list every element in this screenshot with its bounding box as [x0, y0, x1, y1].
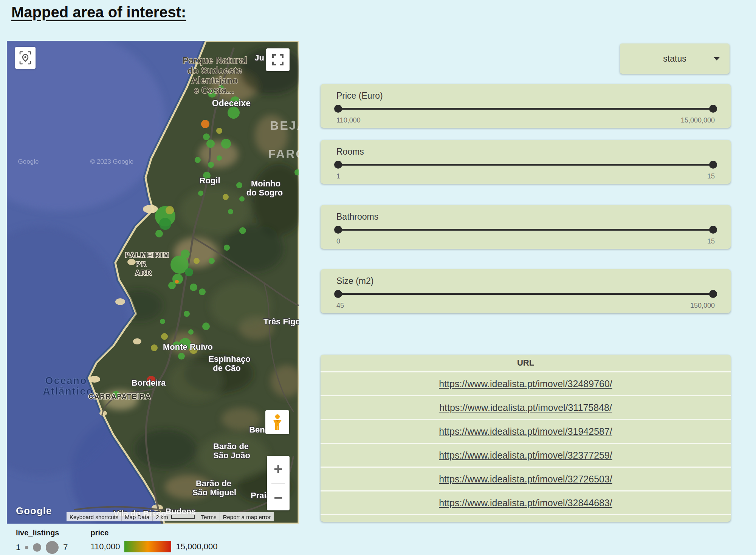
listing-marker[interactable] — [206, 140, 215, 148]
url-link[interactable]: https://www.idealista.pt/imovel/31175848… — [439, 402, 612, 413]
map-canvas[interactable]: Parque Naturaldo SudoesteAlentejanoe Cos… — [7, 41, 299, 524]
listing-marker[interactable] — [190, 284, 197, 291]
zoom-control: + − — [267, 456, 290, 510]
price-slider-handle-max[interactable] — [709, 105, 717, 113]
status-dropdown[interactable]: status — [620, 43, 730, 74]
map-data-link[interactable]: Map Data — [121, 512, 152, 521]
listing-marker[interactable] — [223, 194, 229, 200]
listing-marker[interactable] — [161, 333, 168, 340]
url-link[interactable]: https://www.idealista.pt/imovel/32844683… — [439, 498, 612, 508]
url-table-row: https://www.idealista.pt/imovel/32844683… — [321, 490, 731, 514]
listing-marker[interactable] — [202, 322, 210, 330]
rooms-slider-track[interactable] — [338, 164, 713, 166]
listing-marker[interactable] — [178, 353, 185, 360]
listing-marker[interactable] — [239, 227, 246, 234]
listing-marker[interactable] — [236, 182, 242, 188]
size-slider-card: Size (m2) 45 150,000 — [321, 269, 731, 313]
listing-marker[interactable] — [181, 250, 190, 259]
scale-bar: 2 km — [152, 512, 198, 521]
map-label: PR — [136, 260, 147, 268]
listing-marker[interactable] — [166, 206, 174, 214]
listing-marker[interactable] — [160, 319, 165, 324]
legend-circle-medium — [33, 543, 41, 552]
bathrooms-slider-handle-max[interactable] — [709, 226, 717, 234]
listing-marker[interactable] — [151, 344, 158, 351]
listing-marker[interactable] — [216, 128, 222, 134]
map-label: © 2023 Google — [90, 158, 134, 165]
listing-marker[interactable] — [198, 191, 203, 196]
draw-area-button[interactable] — [15, 47, 36, 69]
price-slider-card: Price (Euro) 110,000 15,000,000 — [321, 84, 731, 128]
map-label: e Costa... — [194, 85, 234, 95]
size-slider-max: 150,000 — [690, 302, 715, 310]
url-link[interactable]: https://www.idealista.pt/imovel/32049204… — [439, 521, 612, 522]
map-label: Moinho — [251, 179, 280, 188]
map-label: ARR — [135, 269, 152, 277]
map-label: Google — [18, 158, 39, 165]
map-label: Rogil — [200, 176, 220, 185]
legend-size-min: 1 — [16, 543, 20, 552]
url-link[interactable]: https://www.idealista.pt/imovel/32377259… — [439, 450, 612, 461]
listing-marker[interactable] — [184, 311, 190, 317]
listing-marker[interactable] — [208, 162, 214, 168]
map-label: do Sogro — [246, 188, 283, 197]
listing-marker[interactable] — [201, 120, 209, 128]
terms-link[interactable]: Terms — [198, 512, 220, 521]
size-slider-min: 45 — [336, 302, 344, 310]
map-label: São Miguel — [192, 488, 236, 497]
page: Mapped area of interest: — [0, 0, 756, 555]
listing-marker[interactable] — [159, 218, 171, 230]
pegman-button[interactable] — [265, 410, 289, 434]
size-slider-label: Size (m2) — [336, 276, 373, 286]
listing-marker[interactable] — [221, 139, 231, 149]
listing-marker[interactable] — [194, 258, 200, 264]
report-map-error-link[interactable]: Report a map error — [220, 512, 274, 521]
listing-marker[interactable] — [209, 258, 215, 264]
fullscreen-button[interactable] — [266, 48, 290, 71]
map-label: Ju — [254, 53, 264, 62]
legend-size-label: live_listings — [16, 529, 68, 537]
scale-label: 2 km — [156, 514, 168, 520]
listing-marker[interactable] — [199, 288, 206, 295]
listing-marker[interactable] — [175, 280, 179, 284]
listing-marker[interactable] — [168, 282, 176, 289]
price-slider-handle-min[interactable] — [334, 105, 342, 113]
listing-marker[interactable] — [185, 268, 193, 276]
size-slider-handle-max[interactable] — [709, 290, 717, 298]
bathrooms-slider-track[interactable] — [338, 229, 713, 231]
url-link[interactable]: https://www.idealista.pt/imovel/32489760… — [439, 378, 612, 389]
listing-marker[interactable] — [155, 230, 163, 237]
listing-marker[interactable] — [224, 245, 230, 251]
map-svg: Parque Naturaldo SudoesteAlentejanoe Cos… — [7, 41, 299, 524]
url-table-row: https://www.idealista.pt/imovel/32726503… — [321, 467, 731, 490]
price-slider-track[interactable] — [338, 108, 713, 110]
bathrooms-slider-handle-min[interactable] — [334, 226, 342, 234]
zoom-in-button[interactable]: + — [267, 458, 290, 479]
listing-marker[interactable] — [188, 329, 194, 335]
listing-marker[interactable] — [228, 209, 233, 214]
size-slider-handle-min[interactable] — [334, 290, 342, 298]
rooms-slider-handle-max[interactable] — [709, 161, 717, 169]
legend-color: price 110,000 15,000,000 — [91, 529, 218, 552]
listing-marker[interactable] — [195, 157, 201, 163]
zoom-out-button[interactable]: − — [267, 487, 290, 508]
rooms-slider-handle-min[interactable] — [334, 161, 342, 169]
map-label: Alentejano — [192, 75, 238, 85]
listing-marker[interactable] — [228, 107, 240, 119]
chevron-down-icon — [714, 57, 720, 60]
keyboard-shortcuts-link[interactable]: Keyboard shortcuts — [67, 512, 121, 521]
listing-marker[interactable] — [203, 133, 210, 140]
legend-color-label: price — [91, 529, 218, 537]
map-label: Monte Ruivo — [163, 342, 213, 352]
url-link[interactable]: https://www.idealista.pt/imovel/32726503… — [439, 474, 612, 485]
map-label: Barão de — [196, 479, 231, 488]
page-title: Mapped area of interest: — [11, 4, 186, 21]
listing-marker[interactable] — [217, 155, 222, 161]
url-link[interactable]: https://www.idealista.pt/imovel/31942587… — [439, 426, 612, 437]
url-table-row: https://www.idealista.pt/imovel/31175848… — [321, 395, 731, 419]
listing-marker[interactable] — [239, 196, 245, 202]
google-logo: Google — [16, 505, 52, 517]
size-slider-track[interactable] — [338, 293, 713, 295]
fullscreen-icon — [272, 54, 284, 65]
url-table-header: URL — [321, 355, 731, 371]
